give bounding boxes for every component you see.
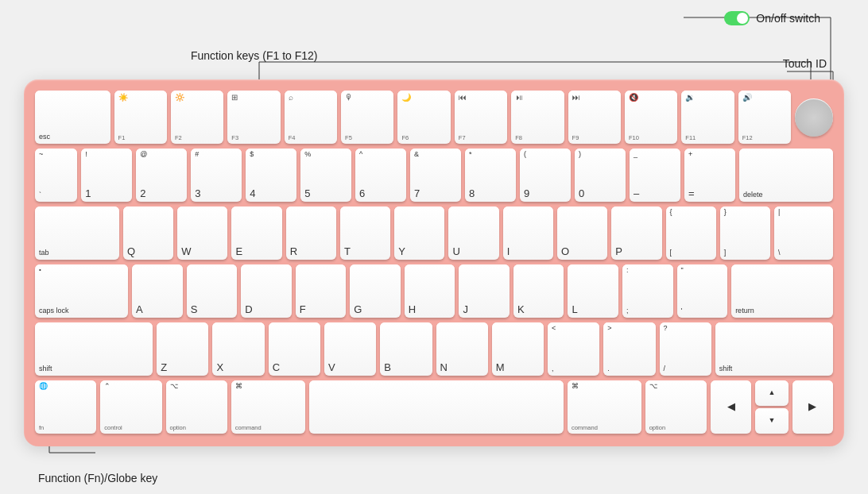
key-f5[interactable]: 🎙 F5 [341, 91, 393, 144]
key-8[interactable]: * 8 [465, 149, 516, 202]
row-zxcv: shift Z X C V B N M < [35, 322, 833, 376]
key-g[interactable]: G [350, 264, 401, 318]
key-z[interactable]: Z [157, 322, 208, 376]
key-2[interactable]: @ 2 [136, 149, 187, 202]
key-semicolon[interactable]: : ; [622, 264, 673, 318]
key-rbracket[interactable]: } ] [720, 206, 770, 260]
key-f11-icon: 🔉 [685, 93, 695, 102]
key-arrow-left[interactable]: ◀ [711, 380, 751, 434]
key-w[interactable]: W [177, 206, 227, 260]
key-q[interactable]: Q [123, 206, 173, 260]
key-gt-label: > [607, 325, 611, 333]
key-r[interactable]: R [286, 206, 336, 260]
key-9[interactable]: ( 9 [520, 149, 571, 202]
key-f10[interactable]: 🔇 F10 [625, 91, 677, 144]
key-f[interactable]: F [296, 264, 347, 318]
key-e-label: E [235, 246, 242, 257]
key-equals[interactable]: + = [684, 149, 735, 202]
key-c[interactable]: C [269, 322, 320, 376]
key-2-label: 2 [140, 188, 145, 199]
key-f7-label: F7 [459, 135, 466, 141]
key-return[interactable]: return [731, 264, 833, 318]
key-a[interactable]: A [132, 264, 183, 318]
key-p[interactable]: P [611, 206, 661, 260]
key-p-label: P [615, 246, 622, 257]
key-n[interactable]: N [436, 322, 488, 376]
key-6[interactable]: ^ 6 [355, 149, 406, 202]
key-arrow-right[interactable]: ▶ [792, 380, 833, 434]
key-command-right[interactable]: ⌘ command [568, 380, 641, 434]
key-control-left[interactable]: ⌃ control [100, 380, 161, 434]
key-k[interactable]: K [513, 264, 564, 318]
key-esc[interactable]: esc [35, 91, 110, 144]
onoff-switch-label: On/off switch [756, 12, 820, 25]
key-minus[interactable]: _ – [630, 149, 680, 202]
key-f4-icon: ⌕ [289, 93, 293, 102]
key-d[interactable]: D [241, 264, 292, 318]
key-quote[interactable]: " ' [677, 264, 728, 318]
key-f6[interactable]: 🌙 F6 [397, 91, 450, 144]
key-arrow-up-icon: ▲ [768, 389, 775, 397]
key-3[interactable]: # 3 [191, 149, 242, 202]
key-command-left[interactable]: ⌘ command [231, 380, 305, 434]
key-x[interactable]: X [212, 322, 264, 376]
key-backslash[interactable]: | \ [774, 206, 833, 260]
key-4[interactable]: $ 4 [246, 149, 296, 202]
key-capslock-label: caps lock [39, 307, 69, 315]
key-o[interactable]: O [557, 206, 607, 260]
key-f2-icon: 🔆 [175, 93, 184, 102]
key-r-label: R [290, 246, 297, 257]
key-capslock-dot: • [39, 267, 41, 274]
key-f3[interactable]: ⊞ F3 [227, 91, 280, 144]
key-0[interactable]: ) 0 [575, 149, 626, 202]
key-m[interactable]: M [492, 322, 544, 376]
key-5[interactable]: % 5 [300, 149, 351, 202]
key-h[interactable]: H [405, 264, 455, 318]
key-arrow-up[interactable]: ▲ [755, 380, 788, 406]
key-l[interactable]: L [568, 264, 618, 318]
key-f9[interactable]: ⏭ F9 [568, 91, 621, 144]
key-cmd-right-icon: ⌘ [572, 383, 579, 391]
key-f4[interactable]: ⌕ F4 [285, 91, 337, 144]
key-arrow-down[interactable]: ▼ [755, 408, 788, 434]
key-lbracket[interactable]: { [ [666, 206, 716, 260]
key-u[interactable]: U [448, 206, 498, 260]
key-delete[interactable]: delete [739, 149, 833, 202]
key-fn[interactable]: 🌐 fn [35, 380, 96, 434]
key-touchid[interactable] [795, 98, 833, 137]
toggle-icon [724, 11, 750, 25]
key-f2[interactable]: 🔆 F2 [171, 91, 223, 144]
key-option-right[interactable]: ⌥ option [645, 380, 707, 434]
key-f10-icon: 🔇 [629, 93, 638, 102]
key-j[interactable]: J [459, 264, 510, 318]
key-period[interactable]: > . [603, 322, 655, 376]
key-e[interactable]: E [231, 206, 281, 260]
key-t[interactable]: T [340, 206, 390, 260]
key-f12[interactable]: 🔊 F12 [738, 91, 791, 144]
key-f8[interactable]: ⏯ F8 [511, 91, 564, 144]
key-comma[interactable]: < , [548, 322, 599, 376]
key-6-label: 6 [359, 188, 365, 199]
key-capslock[interactable]: • caps lock [35, 264, 128, 318]
key-y[interactable]: Y [394, 206, 444, 260]
key-tab[interactable]: tab [35, 206, 119, 260]
key-shift-right[interactable]: shift [715, 322, 833, 376]
key-space[interactable] [309, 380, 564, 434]
key-shift-left[interactable]: shift [35, 322, 153, 376]
key-7[interactable]: & 7 [410, 149, 461, 202]
key-1[interactable]: ! 1 [81, 149, 132, 202]
key-slash[interactable]: ? / [660, 322, 711, 376]
key-backtick[interactable]: ~ ` [35, 149, 77, 202]
key-arrow-left-icon: ◀ [727, 401, 735, 412]
key-s[interactable]: S [187, 264, 238, 318]
key-b[interactable]: B [380, 322, 432, 376]
key-f11[interactable]: 🔉 F11 [681, 91, 734, 144]
key-i[interactable]: I [503, 206, 553, 260]
key-8-label: 8 [469, 188, 475, 199]
key-f1[interactable]: ☀️ F1 [114, 91, 167, 144]
key-f7[interactable]: ⏮ F7 [455, 91, 507, 144]
key-option-left[interactable]: ⌥ option [166, 380, 227, 434]
key-f6-label: F6 [401, 135, 409, 141]
key-f12-label: F12 [742, 135, 753, 141]
key-v[interactable]: V [324, 322, 376, 376]
